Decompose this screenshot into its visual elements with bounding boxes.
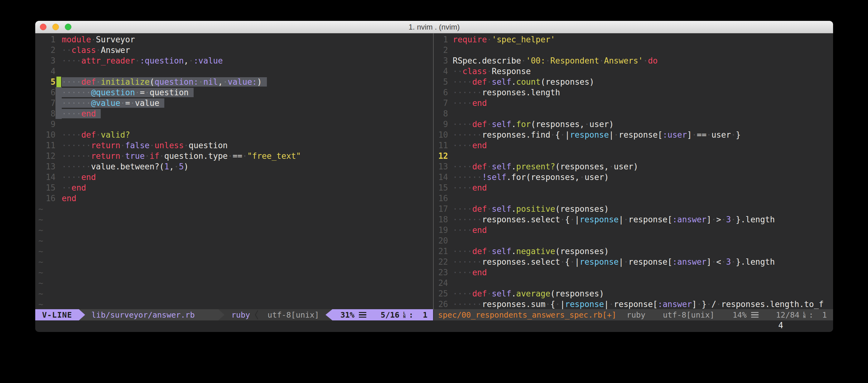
code-line[interactable]: 8····end [35, 108, 433, 119]
line-number: 25 [434, 288, 448, 299]
code-line[interactable]: 23····end [434, 267, 833, 278]
code-line[interactable]: 17····def·self.positive(responses) [434, 204, 833, 214]
code-line[interactable]: 16 [434, 193, 833, 204]
line-number: 8 [35, 108, 56, 119]
code-line[interactable]: 20 [434, 235, 833, 246]
filler-line[interactable]: ~ [35, 235, 433, 246]
tilde-marker: ~ [35, 278, 43, 288]
code-text: ······!self.for(responses,·user) [448, 172, 833, 182]
code-line[interactable]: 6······responses.length [434, 87, 833, 98]
code-line[interactable]: 22······responses.select·{·|response|·re… [434, 256, 833, 267]
filler-line[interactable]: ~ [35, 288, 433, 299]
code-text: RSpec.describe·'00:·Respondent·Answers'·… [448, 56, 833, 66]
left-editor-pane[interactable]: 1module·Surveyor2··class·Answer3····attr… [35, 33, 433, 320]
code-line[interactable]: 2 [434, 45, 833, 56]
line-number: 1 [434, 34, 448, 45]
code-text: ······responses.sum·{·|response|·respons… [448, 299, 833, 309]
sign-column [56, 182, 62, 193]
filler-line[interactable]: ~ [35, 278, 433, 288]
code-line[interactable]: 4··class·Response [434, 66, 833, 77]
code-line[interactable]: 5····def·initialize(question:·nil,·value… [35, 77, 433, 87]
code-line[interactable]: 14······!self.for(responses,·user) [434, 172, 833, 182]
line-number: 2 [35, 45, 56, 56]
code-line[interactable]: 9 [35, 119, 433, 130]
code-line[interactable]: 5····def·self.count(responses) [434, 77, 833, 87]
code-text: ····def·self.present?(responses,·user) [448, 161, 833, 172]
line-number: 7 [35, 98, 56, 108]
code-line[interactable]: 4 [35, 66, 433, 77]
right-editor-pane[interactable]: 1require·'spec_helper'23RSpec.describe·'… [434, 33, 833, 320]
code-text: ······value.between?(1,·5) [62, 161, 433, 172]
filler-line[interactable]: ~ [35, 299, 433, 309]
code-text: ····end [448, 182, 833, 193]
line-number: 6 [434, 87, 448, 98]
code-line[interactable]: 11······return·false·unless·question [35, 140, 433, 151]
filler-line[interactable]: ~ [35, 256, 433, 267]
code-line[interactable]: 9····def·self.for(responses,·user) [434, 119, 833, 130]
code-line[interactable]: 10····def·valid? [35, 130, 433, 140]
line-number-icon: LN [403, 311, 406, 318]
code-text: ··class·Response [448, 66, 833, 77]
line-number: 6 [35, 87, 56, 98]
code-line[interactable]: 3RSpec.describe·'00:·Respondent·Answers'… [434, 56, 833, 66]
filler-line[interactable]: ~ [35, 225, 433, 235]
colon-separator: : [809, 310, 813, 319]
tilde-marker: ~ [35, 204, 43, 214]
line-number: 15 [434, 182, 448, 193]
code-line[interactable]: 7····end [434, 98, 833, 108]
code-text: ····end [448, 267, 833, 278]
code-text [448, 235, 833, 246]
filler-line[interactable]: ~ [35, 267, 433, 278]
code-text: ····attr_reader·:question,·:value [62, 56, 433, 66]
code-line[interactable]: 13····def·self.present?(responses,·user) [434, 161, 833, 172]
line-number: 11 [434, 140, 448, 151]
code-line[interactable]: 10······responses.find·{·|response|·resp… [434, 130, 833, 140]
code-line[interactable]: 14····end [35, 172, 433, 182]
code-line[interactable]: 24 [434, 278, 833, 288]
sign-column [56, 193, 62, 204]
code-text: ··class·Answer [62, 45, 433, 56]
code-line[interactable]: 2··class·Answer [35, 45, 433, 56]
code-line[interactable]: 21····def·self.negative(responses) [434, 246, 833, 256]
tilde-marker: ~ [35, 225, 43, 235]
code-text: ······return·false·unless·question [62, 140, 433, 151]
code-line[interactable]: 15··end [35, 182, 433, 193]
code-line[interactable]: 1require·'spec_helper' [434, 34, 833, 45]
code-text: ··end [62, 182, 433, 193]
code-line[interactable]: 6······@question·=·question [35, 87, 433, 98]
line-number: 22 [434, 256, 448, 267]
terminal-window: 1. nvim . (nvim) 1module·Surveyor2··clas… [35, 21, 833, 332]
desktop: 1. nvim . (nvim) 1module·Surveyor2··clas… [0, 0, 868, 383]
code-line[interactable]: 16end [35, 193, 433, 204]
tilde-marker: ~ [35, 214, 43, 225]
code-line[interactable]: 3····attr_reader·:question,·:value [35, 56, 433, 66]
line-number: 9 [35, 119, 56, 130]
sign-column [56, 172, 62, 182]
command-line[interactable]: 4 [35, 320, 833, 332]
code-text [62, 119, 433, 130]
code-line[interactable]: 7······@value·=·value [35, 98, 433, 108]
nvim-terminal: 1module·Surveyor2··class·Answer3····attr… [35, 33, 833, 332]
line-number: 8 [434, 108, 448, 119]
filler-line[interactable]: ~ [35, 204, 433, 214]
line-number: 20 [434, 235, 448, 246]
powerline-arrow-icon [79, 309, 85, 320]
code-line[interactable]: 15····end [434, 182, 833, 193]
code-line[interactable]: 19····end [434, 225, 833, 235]
lines-icon [359, 312, 366, 318]
left-editor-buffer[interactable]: 1module·Surveyor2··class·Answer3····attr… [35, 33, 433, 309]
code-line[interactable]: 25····def·self.average(responses) [434, 288, 833, 299]
code-line[interactable]: 26······responses.sum·{·|response|·respo… [434, 299, 833, 309]
code-line[interactable]: 13······value.between?(1,·5) [35, 161, 433, 172]
code-line[interactable]: 12······return·true·if·question.type·==·… [35, 151, 433, 161]
code-line[interactable]: 12 [434, 151, 833, 161]
window-titlebar[interactable]: 1. nvim . (nvim) [35, 21, 833, 33]
filler-line[interactable]: ~ [35, 246, 433, 256]
code-line[interactable]: 11····end [434, 140, 833, 151]
code-line[interactable]: 8 [434, 108, 833, 119]
right-editor-buffer[interactable]: 1require·'spec_helper'23RSpec.describe·'… [434, 33, 833, 309]
filler-line[interactable]: ~ [35, 214, 433, 225]
code-line[interactable]: 1module·Surveyor [35, 34, 433, 45]
code-line[interactable]: 18······responses.select·{·|response|·re… [434, 214, 833, 225]
line-number: 5 [434, 77, 448, 87]
